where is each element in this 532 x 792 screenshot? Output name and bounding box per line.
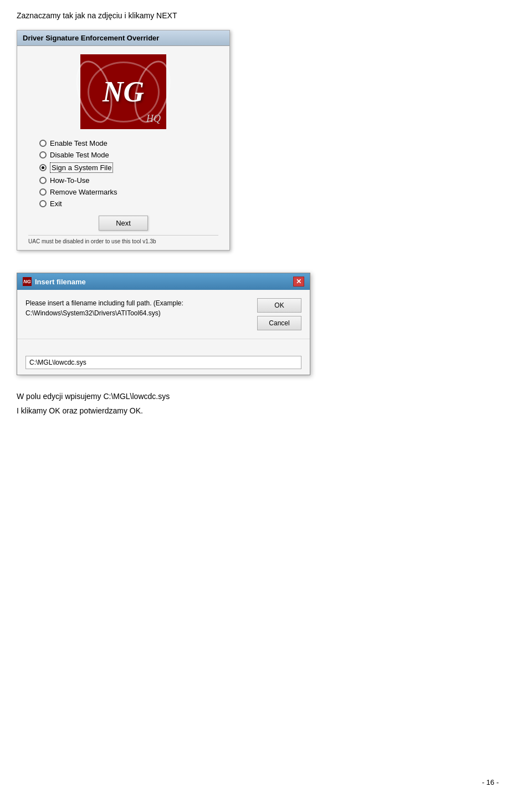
next-button-area: Next bbox=[28, 216, 218, 231]
next-button[interactable]: Next bbox=[99, 216, 148, 231]
cancel-button[interactable]: Cancel bbox=[257, 316, 301, 330]
logo-box: NG HQ bbox=[80, 54, 166, 129]
insert-buttons: OK Cancel bbox=[257, 298, 301, 330]
driver-titlebar: Driver Signature Enforcement Overrider bbox=[17, 30, 229, 46]
radio-sign-input[interactable] bbox=[39, 164, 47, 171]
radio-watermark-label: Remove Watermarks bbox=[50, 188, 117, 196]
logo-area: NG HQ bbox=[28, 54, 218, 129]
filename-input[interactable] bbox=[25, 356, 301, 369]
titlebar-left: NG Insert filename bbox=[23, 277, 86, 286]
radio-disable[interactable]: Disable Test Mode bbox=[39, 151, 218, 159]
radio-exit-label: Exit bbox=[50, 200, 62, 208]
radio-sign-label: Sign a System File bbox=[50, 162, 113, 173]
insert-left: Please insert a filename including full … bbox=[25, 298, 252, 330]
insert-body: Please insert a filename including full … bbox=[17, 290, 310, 339]
radio-enable-input[interactable] bbox=[39, 140, 47, 147]
radio-enable[interactable]: Enable Test Mode bbox=[39, 139, 218, 147]
dialog-close-button[interactable]: ✕ bbox=[293, 277, 304, 287]
radio-watermark[interactable]: Remove Watermarks bbox=[39, 188, 218, 196]
page-number: - 16 - bbox=[482, 778, 499, 786]
radio-exit-input[interactable] bbox=[39, 200, 47, 207]
insert-footer bbox=[17, 339, 310, 375]
radio-howto-input[interactable] bbox=[39, 177, 47, 184]
footer-desc-2: I klikamy OK oraz potwierdzamy OK. bbox=[17, 406, 515, 415]
radio-disable-input[interactable] bbox=[39, 151, 47, 159]
dialog-title-icon: NG bbox=[23, 277, 32, 286]
dialog-title: Insert filename bbox=[35, 278, 86, 286]
radio-watermark-input[interactable] bbox=[39, 188, 47, 196]
driver-window: Driver Signature Enforcement Overrider N… bbox=[17, 30, 230, 251]
insert-titlebar: NG Insert filename ✕ bbox=[17, 273, 310, 290]
driver-footer: UAC must be disabled in order to use thi… bbox=[28, 235, 218, 244]
radio-sign[interactable]: Sign a System File bbox=[39, 162, 218, 173]
logo-hq-text: HQ bbox=[146, 113, 161, 125]
radio-group: Enable Test Mode Disable Test Mode Sign … bbox=[28, 139, 218, 208]
driver-body: NG HQ Enable Test Mode Disable Test Mode bbox=[17, 46, 229, 250]
instruction-text: Zaznaczamy tak jak na zdjęciu i klikamy … bbox=[17, 11, 515, 20]
footer-desc-1: W polu edycji wpisujemy C:\MGL\lowcdc.sy… bbox=[17, 392, 515, 401]
radio-enable-label: Enable Test Mode bbox=[50, 139, 108, 147]
insert-filename-dialog: NG Insert filename ✕ Please insert a fil… bbox=[17, 273, 310, 375]
radio-disable-label: Disable Test Mode bbox=[50, 151, 109, 159]
dialog-description: Please insert a filename including full … bbox=[25, 298, 252, 318]
radio-exit[interactable]: Exit bbox=[39, 200, 218, 208]
radio-howto[interactable]: How-To-Use bbox=[39, 176, 218, 185]
ok-button[interactable]: OK bbox=[257, 298, 301, 313]
radio-howto-label: How-To-Use bbox=[50, 176, 90, 185]
driver-title: Driver Signature Enforcement Overrider bbox=[23, 34, 159, 42]
